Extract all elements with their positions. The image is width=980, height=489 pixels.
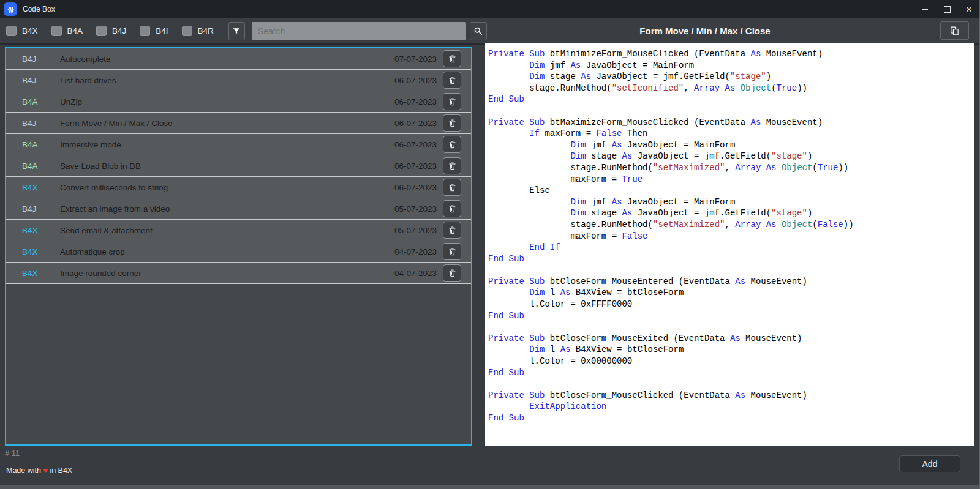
code-line: End Sub [488,367,971,379]
code-line: ExitApplication [488,401,971,412]
code-line: End Sub [488,310,971,322]
delete-button[interactable] [443,136,461,153]
filter-button[interactable] [228,22,245,40]
filter-item-b4r[interactable]: B4R [182,26,214,36]
heart-icon: ♥ [43,466,47,475]
list-row[interactable]: B4XConvert milliseconds to string06-07-2… [6,177,471,198]
made-with-text: Made with ♥ in B4X [6,466,72,475]
code-line: End If [488,242,971,253]
close-button[interactable]: ✕ [958,0,980,18]
delete-button[interactable] [443,179,461,196]
list-row[interactable]: B4AImmersive mode06-07-2023 [6,134,471,155]
code-line: Dim jmf As JavaObject = MainForm [488,196,971,208]
filter-item-b4a[interactable]: B4A [51,26,83,36]
row-date: 06-07-2023 [394,162,437,171]
checkbox[interactable] [96,26,107,36]
code-line: Else [488,185,971,196]
trash-icon [448,204,456,214]
trash-icon [448,97,456,106]
row-tag: B4X [6,269,60,278]
list-row[interactable]: B4AUnZip06-07-2023 [6,91,471,113]
code-line: Dim stage As JavaObject = jmf.GetField("… [488,71,971,83]
minimize-button[interactable] [914,0,936,18]
delete-button[interactable] [443,93,461,110]
search-button[interactable] [470,22,487,40]
trash-icon [448,162,456,171]
code-line: Private Sub btCloseForm_MouseClicked (Ev… [488,390,971,401]
delete-button[interactable] [443,72,461,89]
row-tag: B4J [6,54,60,64]
delete-button[interactable] [443,264,461,282]
filter-item-b4j[interactable]: B4J [96,26,126,36]
code-line: End Sub [488,253,971,265]
trash-icon [448,247,456,256]
trash-icon [448,269,456,278]
minimize-icon [922,9,928,10]
snippet-count: # 11 [5,449,20,458]
code-line: End Sub [488,94,971,105]
row-tag: B4X [6,247,60,256]
code-line: Private Sub btMinimizeForm_MouseClicked … [488,48,971,60]
trash-icon [448,183,456,192]
copy-button[interactable] [940,21,969,40]
row-title: Immersive mode [60,140,394,149]
list-row[interactable]: B4XSend email & attachment05-07-2023 [6,220,471,241]
list-row[interactable]: B4ASave Load Blob in DB06-07-2023 [6,155,471,177]
delete-button[interactable] [443,200,461,217]
trash-icon [448,76,456,85]
row-title: Save Load Blob in DB [60,162,394,171]
search-input[interactable] [252,22,466,40]
list-row[interactable]: B4JForm Move / Min / Max / Close06-07-20… [6,113,471,134]
window-title: Code Box [23,5,55,13]
code-line: maxForm = True [488,174,971,185]
delete-button[interactable] [443,114,461,132]
row-title: Automatique crop [60,247,394,256]
code-panel: Private Sub btMinimizeForm_MouseClicked … [485,43,974,446]
row-title: UnZip [60,97,394,106]
maximize-icon [944,6,951,13]
code-line: stage.RunMethod("setIconified", Array As… [488,83,971,94]
row-date: 05-07-2023 [394,226,437,235]
code-line: If maxForm = False Then [488,128,971,140]
close-icon: ✕ [966,5,973,14]
filter-checkboxes: B4XB4AB4JB4IB4R [0,26,214,36]
list-row[interactable]: B4JList hard drives06-07-2023 [6,70,471,91]
trash-icon [448,140,456,149]
row-date: 06-07-2023 [394,97,437,106]
list-row[interactable]: B4JAutocomplete07-07-2023 [6,48,471,70]
bottom-strip [0,485,980,489]
title-bar: {\} Code Box ✕ [0,0,980,18]
delete-button[interactable] [443,157,461,174]
code-line: l.Color = 0xFFFF0000 [488,299,971,310]
made-with-prefix: Made with [6,466,41,475]
add-button[interactable]: Add [899,455,960,472]
filter-item-b4i[interactable]: B4I [140,26,168,36]
list-row[interactable]: B4XAutomatique crop04-07-2023 [6,241,471,263]
snippet-title: Form Move / Min / Max / Close [485,18,925,43]
checkbox[interactable] [6,26,17,36]
checkbox[interactable] [51,26,62,36]
checkbox[interactable] [140,26,150,36]
row-title: List hard drives [60,76,394,85]
delete-button[interactable] [443,222,461,239]
code-line: Dim stage As JavaObject = jmf.GetField("… [488,151,971,162]
delete-button[interactable] [443,243,461,260]
maximize-button[interactable] [936,0,958,18]
list-row[interactable]: B4XImage rounded corner04-07-2023 [6,263,471,284]
row-date: 06-07-2023 [394,119,437,128]
code-line: Private Sub btCloseForm_MouseExited (Eve… [488,333,971,345]
delete-button[interactable] [443,50,461,67]
filter-label: B4J [112,26,126,35]
app-icon: {\} [4,2,17,16]
row-date: 05-07-2023 [394,204,437,214]
row-tag: B4X [6,183,60,192]
code-line: Private Sub btCloseForm_MouseEntered (Ev… [488,276,971,288]
trash-icon [448,119,456,128]
row-date: 04-07-2023 [394,247,437,256]
row-tag: B4A [6,140,60,149]
filter-label: B4I [156,26,168,35]
filter-item-b4x[interactable]: B4X [6,26,38,36]
code-line: Dim jmf As JavaObject = MainForm [488,60,971,72]
checkbox[interactable] [182,26,192,36]
list-row[interactable]: B4JExtract an image from a video05-07-20… [6,198,471,220]
